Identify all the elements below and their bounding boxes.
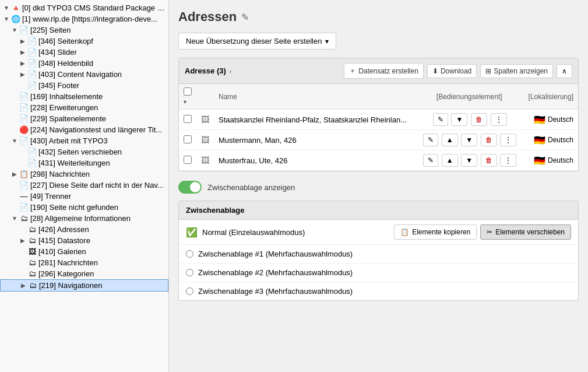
table-body: 🖼 Staatskanzlei Rheinland-Pfalz, Staatsk… xyxy=(179,110,578,171)
tree-label: [296] Kategorien xyxy=(38,269,94,278)
zwischenablage-option-row-0: ✅ Normal (Einzelauswahlmodus) 📋 Elemente… xyxy=(179,220,578,245)
item-galerien[interactable]: 🖼 [410] Galerien xyxy=(0,246,168,257)
tree-icon: 📄 xyxy=(19,92,29,101)
radio-3[interactable] xyxy=(186,287,193,295)
item-trenner[interactable]: — [49] Trenner xyxy=(0,191,168,202)
zwischenablage-toggle-label[interactable]: Zwischenablage anzeigen xyxy=(207,183,295,192)
item-adressen[interactable]: 🗂 [426] Adressen xyxy=(0,224,168,235)
item-heldenbild[interactable]: ▶ 📄 [348] Heldenbild xyxy=(0,58,168,69)
zwischenablage-title: Zwischenablage xyxy=(179,201,578,220)
columns-label: Spalten anzeigen xyxy=(494,67,548,75)
row-more-button-1[interactable]: ⋮ xyxy=(500,134,516,146)
item-kategorien[interactable]: 🗂 [296] Kategorien xyxy=(0,268,168,279)
row-delete-button-2[interactable]: 🗑 xyxy=(481,154,497,167)
table-row: 🖼 Mustermann, Man, 426 ✎ ▲ ▼ 🗑 ⋮ 🇩🇪 Deut… xyxy=(179,130,578,150)
copy-elements-button[interactable]: 📋 Elemente kopieren xyxy=(394,224,477,240)
row-down-button-0[interactable]: ▼ xyxy=(451,113,467,126)
row-actions-cell: ✎ ▼ 🗑 ⋮ xyxy=(416,110,522,130)
tree-toggle: ▼ xyxy=(10,215,19,222)
item-slider[interactable]: ▶ 📄 [434] Slider xyxy=(0,47,168,58)
item-rlp[interactable]: ▼ 🌐 [1] www.rlp.de [https://integration-… xyxy=(0,13,168,24)
tree-toggle: ▼ xyxy=(10,138,19,144)
item-footer[interactable]: 📄 [345] Footer xyxy=(0,80,168,91)
zwischenablage-option-row-1: Zwischenablage #1 (Mehrfachauswahlmodus) xyxy=(179,245,578,264)
copy-label: Elemente kopieren xyxy=(412,228,470,236)
row-delete-button-1[interactable]: 🗑 xyxy=(481,134,497,146)
columns-button[interactable]: ⊞ Spalten anzeigen xyxy=(480,64,553,78)
tree-label: [228] Erweiterungen xyxy=(30,103,98,112)
col-img xyxy=(196,84,214,110)
zwischenablage-option-row-2: Zwischenablage #2 (Mehrfachauswahlmodus) xyxy=(179,264,578,282)
row-down-button-2[interactable]: ▼ xyxy=(461,154,477,167)
radio-2[interactable] xyxy=(186,269,193,276)
row-checkbox-2[interactable] xyxy=(184,156,192,164)
item-seiten-vers[interactable]: 📄 [432] Seiten verschieben xyxy=(0,146,168,157)
row-edit-button-2[interactable]: ✎ xyxy=(423,154,438,167)
col-check: ▾ xyxy=(179,84,196,110)
row-up-button-2[interactable]: ▲ xyxy=(442,154,458,167)
copy-icon: 📋 xyxy=(400,228,409,236)
locale-label: Deutsch xyxy=(548,156,573,164)
item-nachrichten[interactable]: ▶ 📋 [298] Nachrichten xyxy=(0,169,168,180)
row-more-button-0[interactable]: ⋮ xyxy=(491,113,507,126)
download-icon: ⬇ xyxy=(432,67,438,75)
tree-toggle: ▶ xyxy=(19,282,27,289)
radio-row-1: Zwischenablage #1 (Mehrfachauswahlmodus) xyxy=(186,250,353,258)
row-record-icon: 🖼 xyxy=(201,115,209,124)
row-name: Mustermann, Man, 426 xyxy=(219,136,297,145)
row-edit-button-1[interactable]: ✎ xyxy=(423,134,438,146)
item-seiten[interactable]: ▼ 📄 [225] Seiten xyxy=(0,24,168,36)
item-spaltenel[interactable]: 📄 [229] Spaltenelemente xyxy=(0,113,168,124)
item-diese-seite[interactable]: 📄 [227] Diese Seite darf nicht in der Na… xyxy=(0,180,168,191)
item-nicht-gef[interactable]: 📄 [190] Seite nicht gefunden xyxy=(0,202,168,213)
zw-option-label-0: Normal (Einzelauswahlmodus) xyxy=(202,228,305,237)
tree-icon: 📄 xyxy=(19,203,29,212)
radio-row-3: Zwischenablage #3 (Mehrfachauswahlmodus) xyxy=(186,287,353,296)
row-up-button-1[interactable]: ▲ xyxy=(442,134,458,146)
col-locale: [Lokalisierung] xyxy=(522,84,578,110)
item-inhaltsel[interactable]: 📄 [169] Inhaltselemente xyxy=(0,91,168,102)
add-record-button[interactable]: ＋ Datensatz erstellen xyxy=(344,63,424,79)
zwischenablage-toggle-switch[interactable] xyxy=(178,181,202,194)
tree-label: [415] Datastore xyxy=(38,236,90,245)
item-content-nav[interactable]: ▶ 📄 [403] Content Navigation xyxy=(0,69,168,80)
item-navtest[interactable]: 🔴 [224] Navigationstest und längerer Tit… xyxy=(0,124,168,135)
radio-1[interactable] xyxy=(186,250,193,258)
select-all-checkbox[interactable] xyxy=(184,87,192,96)
download-button[interactable]: ⬇ Download xyxy=(427,64,477,78)
row-checkbox-1[interactable] xyxy=(184,135,192,143)
radio-row-2: Zwischenablage #2 (Mehrfachauswahlmodus) xyxy=(186,268,353,277)
zwischenablage-toggle-row: Zwischenablage anzeigen xyxy=(178,181,579,194)
row-icon-cell: 🖼 xyxy=(196,110,214,130)
item-allg-info[interactable]: ▼ 🗂 [28] Allgemeine Informationen xyxy=(0,213,168,224)
zwischenablage-rows: ✅ Normal (Einzelauswahlmodus) 📋 Elemente… xyxy=(179,220,578,300)
row-icon-cell: 🖼 xyxy=(196,130,214,150)
table-expand-icon[interactable]: › xyxy=(230,68,232,75)
item-datastore[interactable]: ▶ 🗂 [415] Datastore xyxy=(0,235,168,246)
col-control: [Bedienungselement] xyxy=(416,84,522,110)
item-dkd[interactable]: ▼ 🔺 [0] dkd TYPO3 CMS Standard Package I… xyxy=(0,2,168,13)
item-seitenkopf[interactable]: ▶ 📄 [346] Seitenkopf xyxy=(0,36,168,47)
tree-label: [434] Slider xyxy=(38,48,77,57)
tree-label: [224] Navigationstest und längerer Tit..… xyxy=(30,125,162,134)
item-navigationen[interactable]: ▶ 🗂 [219] Navigationen xyxy=(0,279,168,292)
zwischenablage-section: Zwischenablage ✅ Normal (Einzelauswahlmo… xyxy=(178,201,579,301)
row-checkbox-0[interactable] xyxy=(184,115,192,123)
tree-label: [229] Spaltenelemente xyxy=(30,114,106,123)
tree-label: [431] Weiterleitungen xyxy=(38,159,110,167)
row-more-button-2[interactable]: ⋮ xyxy=(500,154,516,167)
collapse-button[interactable]: ∧ xyxy=(557,64,572,78)
row-edit-button-0[interactable]: ✎ xyxy=(433,113,448,126)
row-down-button-1[interactable]: ▼ xyxy=(461,134,477,146)
translate-button[interactable]: Neue Übersetzung dieser Seite erstellen … xyxy=(178,33,336,50)
row-locale-cell: 🇩🇪 Deutsch xyxy=(522,130,578,150)
item-arbeit[interactable]: ▼ 📄 [430] Arbeit mit TYPO3 xyxy=(0,135,168,146)
item-erweiterun[interactable]: 📄 [228] Erweiterungen xyxy=(0,102,168,113)
tree-toggle: ▶ xyxy=(19,60,27,66)
edit-title-icon[interactable]: ✎ xyxy=(241,12,249,23)
row-delete-button-0[interactable]: 🗑 xyxy=(471,113,487,126)
move-elements-button[interactable]: ✂ Elemente verschieben xyxy=(480,224,571,240)
item-weiterleit[interactable]: 📄 [431] Weiterleitungen xyxy=(0,157,168,169)
item-nachr2[interactable]: 🗂 [281] Nachrichten xyxy=(0,257,168,268)
tree-toggle: ▶ xyxy=(19,237,27,244)
